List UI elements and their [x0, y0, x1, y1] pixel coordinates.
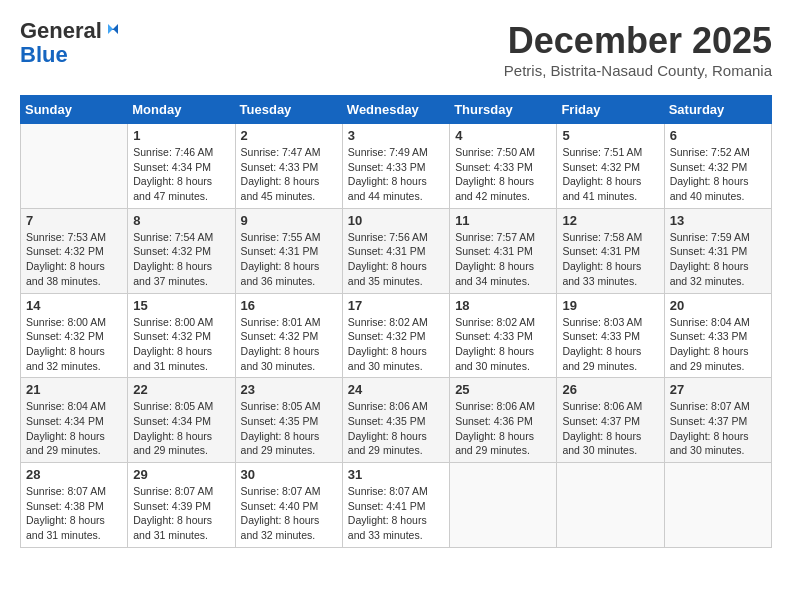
calendar-cell: 17Sunrise: 8:02 AMSunset: 4:32 PMDayligh… — [342, 293, 449, 378]
day-info: Sunrise: 8:03 AMSunset: 4:33 PMDaylight:… — [562, 315, 658, 374]
calendar-cell: 5Sunrise: 7:51 AMSunset: 4:32 PMDaylight… — [557, 124, 664, 209]
calendar-cell — [21, 124, 128, 209]
day-info: Sunrise: 7:54 AMSunset: 4:32 PMDaylight:… — [133, 230, 229, 289]
month-title: December 2025 — [504, 20, 772, 62]
calendar-cell: 18Sunrise: 8:02 AMSunset: 4:33 PMDayligh… — [450, 293, 557, 378]
calendar-week-row: 14Sunrise: 8:00 AMSunset: 4:32 PMDayligh… — [21, 293, 772, 378]
day-number: 15 — [133, 298, 229, 313]
weekday-header-sunday: Sunday — [21, 96, 128, 124]
calendar-cell: 9Sunrise: 7:55 AMSunset: 4:31 PMDaylight… — [235, 208, 342, 293]
day-number: 22 — [133, 382, 229, 397]
day-info: Sunrise: 7:47 AMSunset: 4:33 PMDaylight:… — [241, 145, 337, 204]
calendar-cell: 26Sunrise: 8:06 AMSunset: 4:37 PMDayligh… — [557, 378, 664, 463]
day-number: 10 — [348, 213, 444, 228]
day-number: 8 — [133, 213, 229, 228]
day-number: 16 — [241, 298, 337, 313]
day-info: Sunrise: 7:53 AMSunset: 4:32 PMDaylight:… — [26, 230, 122, 289]
day-info: Sunrise: 7:58 AMSunset: 4:31 PMDaylight:… — [562, 230, 658, 289]
calendar-cell: 7Sunrise: 7:53 AMSunset: 4:32 PMDaylight… — [21, 208, 128, 293]
day-info: Sunrise: 7:46 AMSunset: 4:34 PMDaylight:… — [133, 145, 229, 204]
calendar-cell: 11Sunrise: 7:57 AMSunset: 4:31 PMDayligh… — [450, 208, 557, 293]
calendar-cell: 23Sunrise: 8:05 AMSunset: 4:35 PMDayligh… — [235, 378, 342, 463]
day-info: Sunrise: 7:57 AMSunset: 4:31 PMDaylight:… — [455, 230, 551, 289]
day-info: Sunrise: 7:59 AMSunset: 4:31 PMDaylight:… — [670, 230, 766, 289]
calendar-cell: 30Sunrise: 8:07 AMSunset: 4:40 PMDayligh… — [235, 463, 342, 548]
calendar-cell: 13Sunrise: 7:59 AMSunset: 4:31 PMDayligh… — [664, 208, 771, 293]
day-info: Sunrise: 8:07 AMSunset: 4:41 PMDaylight:… — [348, 484, 444, 543]
logo-blue: Blue — [20, 42, 68, 68]
day-number: 31 — [348, 467, 444, 482]
calendar-week-row: 21Sunrise: 8:04 AMSunset: 4:34 PMDayligh… — [21, 378, 772, 463]
day-info: Sunrise: 8:05 AMSunset: 4:35 PMDaylight:… — [241, 399, 337, 458]
calendar-table: SundayMondayTuesdayWednesdayThursdayFrid… — [20, 95, 772, 548]
day-info: Sunrise: 8:07 AMSunset: 4:39 PMDaylight:… — [133, 484, 229, 543]
day-number: 29 — [133, 467, 229, 482]
calendar-cell: 8Sunrise: 7:54 AMSunset: 4:32 PMDaylight… — [128, 208, 235, 293]
day-number: 4 — [455, 128, 551, 143]
day-info: Sunrise: 8:06 AMSunset: 4:35 PMDaylight:… — [348, 399, 444, 458]
day-number: 5 — [562, 128, 658, 143]
calendar-cell: 28Sunrise: 8:07 AMSunset: 4:38 PMDayligh… — [21, 463, 128, 548]
day-info: Sunrise: 7:51 AMSunset: 4:32 PMDaylight:… — [562, 145, 658, 204]
calendar-cell: 16Sunrise: 8:01 AMSunset: 4:32 PMDayligh… — [235, 293, 342, 378]
day-number: 26 — [562, 382, 658, 397]
day-info: Sunrise: 8:02 AMSunset: 4:32 PMDaylight:… — [348, 315, 444, 374]
calendar-week-row: 28Sunrise: 8:07 AMSunset: 4:38 PMDayligh… — [21, 463, 772, 548]
day-number: 11 — [455, 213, 551, 228]
day-number: 27 — [670, 382, 766, 397]
calendar-cell: 31Sunrise: 8:07 AMSunset: 4:41 PMDayligh… — [342, 463, 449, 548]
day-number: 23 — [241, 382, 337, 397]
day-info: Sunrise: 7:56 AMSunset: 4:31 PMDaylight:… — [348, 230, 444, 289]
day-info: Sunrise: 8:07 AMSunset: 4:38 PMDaylight:… — [26, 484, 122, 543]
weekday-header-wednesday: Wednesday — [342, 96, 449, 124]
calendar-cell: 2Sunrise: 7:47 AMSunset: 4:33 PMDaylight… — [235, 124, 342, 209]
weekday-header-tuesday: Tuesday — [235, 96, 342, 124]
calendar-cell: 4Sunrise: 7:50 AMSunset: 4:33 PMDaylight… — [450, 124, 557, 209]
day-number: 6 — [670, 128, 766, 143]
day-info: Sunrise: 8:05 AMSunset: 4:34 PMDaylight:… — [133, 399, 229, 458]
day-info: Sunrise: 8:06 AMSunset: 4:36 PMDaylight:… — [455, 399, 551, 458]
day-info: Sunrise: 8:00 AMSunset: 4:32 PMDaylight:… — [133, 315, 229, 374]
calendar-cell: 6Sunrise: 7:52 AMSunset: 4:32 PMDaylight… — [664, 124, 771, 209]
calendar-cell: 21Sunrise: 8:04 AMSunset: 4:34 PMDayligh… — [21, 378, 128, 463]
logo-general: General — [20, 18, 102, 43]
day-number: 24 — [348, 382, 444, 397]
day-number: 7 — [26, 213, 122, 228]
calendar-cell: 15Sunrise: 8:00 AMSunset: 4:32 PMDayligh… — [128, 293, 235, 378]
calendar-cell — [450, 463, 557, 548]
day-number: 30 — [241, 467, 337, 482]
page-header: General Blue December 2025 Petris, Bistr… — [20, 20, 772, 79]
day-number: 28 — [26, 467, 122, 482]
day-number: 3 — [348, 128, 444, 143]
weekday-header-row: SundayMondayTuesdayWednesdayThursdayFrid… — [21, 96, 772, 124]
weekday-header-thursday: Thursday — [450, 96, 557, 124]
svg-marker-1 — [108, 24, 113, 34]
calendar-week-row: 7Sunrise: 7:53 AMSunset: 4:32 PMDaylight… — [21, 208, 772, 293]
day-info: Sunrise: 8:07 AMSunset: 4:40 PMDaylight:… — [241, 484, 337, 543]
day-info: Sunrise: 8:07 AMSunset: 4:37 PMDaylight:… — [670, 399, 766, 458]
calendar-cell — [664, 463, 771, 548]
day-info: Sunrise: 7:49 AMSunset: 4:33 PMDaylight:… — [348, 145, 444, 204]
day-info: Sunrise: 8:00 AMSunset: 4:32 PMDaylight:… — [26, 315, 122, 374]
weekday-header-monday: Monday — [128, 96, 235, 124]
calendar-cell: 29Sunrise: 8:07 AMSunset: 4:39 PMDayligh… — [128, 463, 235, 548]
day-info: Sunrise: 7:55 AMSunset: 4:31 PMDaylight:… — [241, 230, 337, 289]
calendar-cell: 3Sunrise: 7:49 AMSunset: 4:33 PMDaylight… — [342, 124, 449, 209]
title-block: December 2025 Petris, Bistrita-Nasaud Co… — [504, 20, 772, 79]
day-number: 18 — [455, 298, 551, 313]
calendar-cell — [557, 463, 664, 548]
calendar-cell: 22Sunrise: 8:05 AMSunset: 4:34 PMDayligh… — [128, 378, 235, 463]
day-number: 2 — [241, 128, 337, 143]
logo: General Blue — [20, 20, 122, 68]
calendar-cell: 24Sunrise: 8:06 AMSunset: 4:35 PMDayligh… — [342, 378, 449, 463]
logo-bird-icon — [104, 20, 122, 38]
day-info: Sunrise: 8:04 AMSunset: 4:34 PMDaylight:… — [26, 399, 122, 458]
day-number: 13 — [670, 213, 766, 228]
calendar-cell: 12Sunrise: 7:58 AMSunset: 4:31 PMDayligh… — [557, 208, 664, 293]
weekday-header-friday: Friday — [557, 96, 664, 124]
day-number: 20 — [670, 298, 766, 313]
calendar-cell: 27Sunrise: 8:07 AMSunset: 4:37 PMDayligh… — [664, 378, 771, 463]
day-number: 1 — [133, 128, 229, 143]
calendar-cell: 1Sunrise: 7:46 AMSunset: 4:34 PMDaylight… — [128, 124, 235, 209]
day-info: Sunrise: 7:50 AMSunset: 4:33 PMDaylight:… — [455, 145, 551, 204]
